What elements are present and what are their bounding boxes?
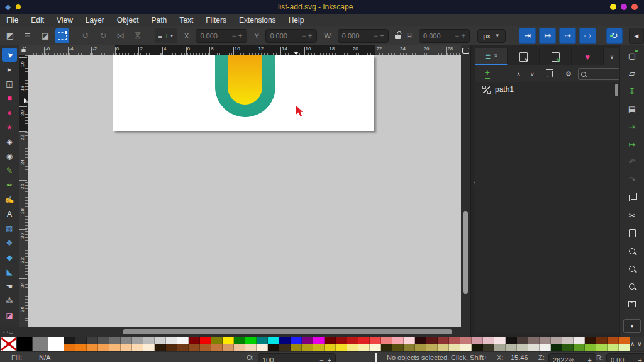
palette-swatch[interactable] xyxy=(155,337,166,344)
palette-swatch[interactable] xyxy=(494,344,506,351)
menu-file[interactable]: File xyxy=(0,14,25,26)
flip-vertical-button[interactable]: ⋈ xyxy=(131,28,146,43)
palette-swatch[interactable] xyxy=(257,337,268,344)
x-decrement[interactable]: − xyxy=(232,31,236,40)
palette-swatch[interactable] xyxy=(132,337,143,344)
swatch-none[interactable] xyxy=(1,337,16,351)
ruler-lock-corner[interactable] xyxy=(19,45,28,55)
horizontal-scrollbar[interactable] xyxy=(28,327,461,337)
palette-swatch[interactable] xyxy=(291,344,302,351)
rotate-cw-button[interactable]: ↻ xyxy=(96,28,111,43)
palette-swatch[interactable] xyxy=(166,344,177,351)
palette-swatch[interactable] xyxy=(279,337,291,344)
move-patterns-toggle[interactable]: ⇨ xyxy=(579,28,596,44)
palette-swatch[interactable] xyxy=(234,337,245,344)
palette-swatch[interactable] xyxy=(64,337,75,344)
move-down-button[interactable]: ∨ xyxy=(526,68,540,81)
h-input[interactable]: 0.000−+ xyxy=(419,29,470,43)
tab-object-properties[interactable]: ⚒ xyxy=(540,48,572,65)
palette-swatch[interactable] xyxy=(121,337,132,344)
palette-swatch[interactable] xyxy=(494,337,506,344)
save-document-button[interactable]: ↧ xyxy=(626,86,638,96)
palette-swatch[interactable] xyxy=(608,344,619,351)
palette-swatch[interactable] xyxy=(449,337,460,344)
tab-symbols[interactable]: ♥ xyxy=(572,48,604,65)
palette-swatch[interactable] xyxy=(200,344,211,351)
pen-tool[interactable]: ✒ xyxy=(2,178,17,192)
menu-extensions[interactable]: Extensions xyxy=(233,14,282,26)
selection-box-toggle[interactable] xyxy=(55,28,69,43)
zoom-drawing-button[interactable] xyxy=(626,263,638,274)
palette-swatch[interactable] xyxy=(268,344,279,351)
palette-swatch[interactable] xyxy=(381,337,392,344)
x-increment[interactable]: + xyxy=(238,31,243,40)
zoom-input[interactable]: 2622%+ xyxy=(548,353,596,362)
palette-swatch[interactable] xyxy=(223,337,234,344)
box3d-tool[interactable]: ◈ xyxy=(2,135,17,149)
eraser-tool[interactable]: ◪ xyxy=(2,308,17,322)
palette-swatch[interactable] xyxy=(596,337,608,344)
palette-swatch[interactable] xyxy=(109,344,121,351)
settings-button[interactable]: ⚙ xyxy=(562,68,575,81)
palette-swatch[interactable] xyxy=(426,344,438,351)
palette-swatch[interactable] xyxy=(245,337,257,344)
lock-ratio-toggle[interactable] xyxy=(395,30,401,42)
palette-swatch[interactable] xyxy=(370,344,381,351)
paste-button[interactable] xyxy=(626,228,638,239)
palette-swatch[interactable] xyxy=(404,344,415,351)
palette-scroll-up-button[interactable]: ∧ xyxy=(630,341,635,348)
dropper-tool[interactable]: ◆ xyxy=(2,251,17,264)
palette-swatch[interactable] xyxy=(155,344,166,351)
select-all-button[interactable]: ◩ xyxy=(3,28,18,43)
palette-swatch[interactable] xyxy=(347,337,358,344)
palette-swatch[interactable] xyxy=(472,344,483,351)
palette-swatch[interactable] xyxy=(347,344,358,351)
palette-swatch[interactable] xyxy=(460,337,472,344)
vertical-scrollbar-thumb[interactable] xyxy=(463,211,468,294)
palette-swatch[interactable] xyxy=(189,337,200,344)
menu-object[interactable]: Object xyxy=(111,14,145,26)
vertical-ruler[interactable]: 1618202224262830323436 xyxy=(19,55,28,327)
palette-swatch[interactable] xyxy=(517,337,528,344)
raise-lower-dropdown[interactable]: ≡↑▾ xyxy=(155,28,177,43)
palette-swatch[interactable] xyxy=(325,344,336,351)
y-input[interactable]: 0.000−+ xyxy=(265,29,316,43)
add-layer-button[interactable]: + xyxy=(480,68,494,81)
zoom-increment[interactable]: + xyxy=(588,356,592,362)
palette-swatch[interactable] xyxy=(562,337,574,344)
palette-swatch[interactable] xyxy=(98,344,109,351)
palette-swatch[interactable] xyxy=(483,337,494,344)
rectangle-tool[interactable]: ■ xyxy=(2,91,17,105)
new-document-button[interactable]: ▢ xyxy=(626,50,638,61)
palette-swatch[interactable] xyxy=(336,337,347,344)
palette-swatch[interactable] xyxy=(64,344,75,351)
w-decrement[interactable]: − xyxy=(374,31,378,40)
tab-objects[interactable]: ≣ × xyxy=(475,48,508,65)
palette-swatch[interactable] xyxy=(336,344,347,351)
canvas[interactable] xyxy=(28,55,461,327)
duplicate-button[interactable] xyxy=(626,193,638,203)
palette-swatch[interactable] xyxy=(313,344,325,351)
palette-swatch[interactable] xyxy=(279,344,291,351)
palette-swatch[interactable] xyxy=(619,337,630,344)
deselect-button[interactable]: ◪ xyxy=(38,28,53,43)
menu-layer[interactable]: Layer xyxy=(79,14,111,26)
palette-swatch[interactable] xyxy=(426,337,438,344)
palette-swatch[interactable] xyxy=(200,337,211,344)
gradient-tool[interactable]: ▧ xyxy=(2,222,17,235)
toolbar-collapse-button[interactable]: ◀ xyxy=(629,28,644,44)
open-document-button[interactable]: ▱ xyxy=(626,68,638,79)
horizontal-scrollbar-thumb[interactable] xyxy=(123,329,452,334)
palette-swatch[interactable] xyxy=(189,344,200,351)
palette-swatch[interactable] xyxy=(234,344,245,351)
redo-button[interactable]: ↷ xyxy=(626,174,638,185)
palette-swatch[interactable] xyxy=(472,337,483,344)
window-close-button[interactable] xyxy=(631,4,638,10)
palette-swatch[interactable] xyxy=(540,344,551,351)
palette-swatch[interactable] xyxy=(121,344,132,351)
palette-swatch[interactable] xyxy=(358,337,370,344)
scale-stroke-toggle[interactable]: ⇥ xyxy=(519,28,536,44)
tweak-tool[interactable]: ☚ xyxy=(2,280,17,293)
zoom-page-width-button[interactable] xyxy=(626,299,638,310)
palette-swatch[interactable] xyxy=(33,337,48,351)
